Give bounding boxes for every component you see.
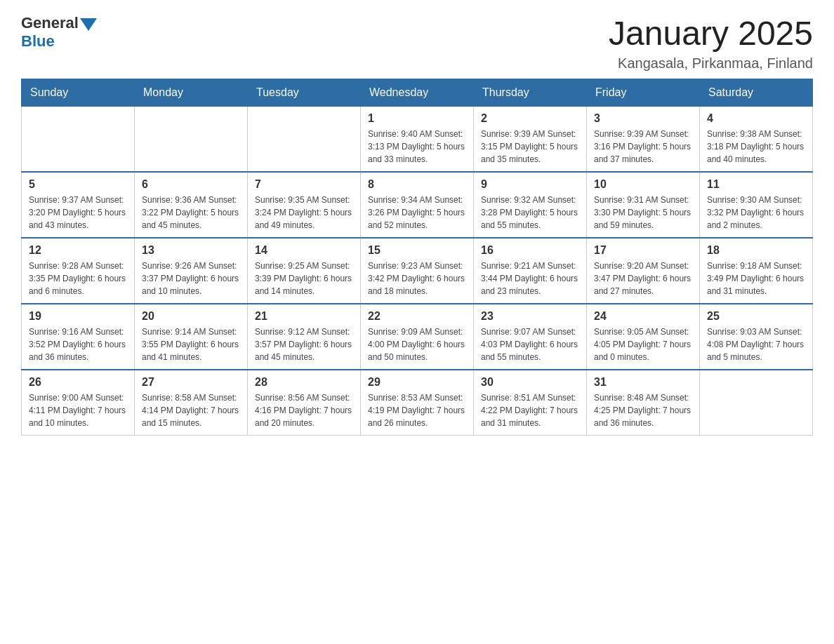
weekday-header-monday: Monday xyxy=(135,79,248,107)
day-info: Sunrise: 9:16 AM Sunset: 3:52 PM Dayligh… xyxy=(29,326,127,363)
calendar-cell: 8Sunrise: 9:34 AM Sunset: 3:26 PM Daylig… xyxy=(361,172,474,238)
weekday-header-saturday: Saturday xyxy=(700,79,813,107)
page-header: General Blue January 2025 Kangasala, Pir… xyxy=(21,14,813,72)
day-info: Sunrise: 8:51 AM Sunset: 4:22 PM Dayligh… xyxy=(481,391,579,429)
calendar-cell: 14Sunrise: 9:25 AM Sunset: 3:39 PM Dayli… xyxy=(248,238,361,304)
day-info: Sunrise: 9:26 AM Sunset: 3:37 PM Dayligh… xyxy=(142,260,240,297)
day-number: 3 xyxy=(594,112,692,125)
day-number: 24 xyxy=(594,310,692,323)
calendar-cell: 3Sunrise: 9:39 AM Sunset: 3:16 PM Daylig… xyxy=(587,107,700,173)
weekday-header-row: SundayMondayTuesdayWednesdayThursdayFrid… xyxy=(22,79,813,107)
calendar-cell: 22Sunrise: 9:09 AM Sunset: 4:00 PM Dayli… xyxy=(361,304,474,370)
day-info: Sunrise: 9:07 AM Sunset: 4:03 PM Dayligh… xyxy=(481,326,579,363)
calendar-cell xyxy=(248,107,361,173)
calendar-week-row: 5Sunrise: 9:37 AM Sunset: 3:20 PM Daylig… xyxy=(22,172,813,238)
day-info: Sunrise: 9:35 AM Sunset: 3:24 PM Dayligh… xyxy=(255,194,353,232)
day-number: 22 xyxy=(368,310,466,323)
day-number: 14 xyxy=(255,244,353,257)
calendar-cell: 7Sunrise: 9:35 AM Sunset: 3:24 PM Daylig… xyxy=(248,172,361,238)
calendar-cell: 10Sunrise: 9:31 AM Sunset: 3:30 PM Dayli… xyxy=(587,172,700,238)
day-number: 21 xyxy=(255,310,353,323)
day-number: 4 xyxy=(707,112,805,125)
day-number: 26 xyxy=(29,376,127,389)
calendar-cell: 28Sunrise: 8:56 AM Sunset: 4:16 PM Dayli… xyxy=(248,370,361,436)
day-number: 25 xyxy=(707,310,805,323)
day-info: Sunrise: 8:56 AM Sunset: 4:16 PM Dayligh… xyxy=(255,391,353,429)
calendar-cell: 1Sunrise: 9:40 AM Sunset: 3:13 PM Daylig… xyxy=(361,107,474,173)
calendar-table: SundayMondayTuesdayWednesdayThursdayFrid… xyxy=(21,79,813,436)
day-info: Sunrise: 9:34 AM Sunset: 3:26 PM Dayligh… xyxy=(368,194,466,232)
day-info: Sunrise: 9:40 AM Sunset: 3:13 PM Dayligh… xyxy=(368,128,466,166)
day-info: Sunrise: 9:03 AM Sunset: 4:08 PM Dayligh… xyxy=(707,326,805,363)
weekday-header-wednesday: Wednesday xyxy=(361,79,474,107)
day-number: 6 xyxy=(142,178,240,191)
day-number: 23 xyxy=(481,310,579,323)
calendar-cell: 9Sunrise: 9:32 AM Sunset: 3:28 PM Daylig… xyxy=(474,172,587,238)
calendar-cell xyxy=(135,107,248,173)
day-info: Sunrise: 9:23 AM Sunset: 3:42 PM Dayligh… xyxy=(368,260,466,297)
day-number: 12 xyxy=(29,244,127,257)
day-number: 18 xyxy=(707,244,805,257)
calendar-cell: 13Sunrise: 9:26 AM Sunset: 3:37 PM Dayli… xyxy=(135,238,248,304)
day-number: 28 xyxy=(255,376,353,389)
day-info: Sunrise: 9:38 AM Sunset: 3:18 PM Dayligh… xyxy=(707,128,805,166)
day-number: 13 xyxy=(142,244,240,257)
day-number: 20 xyxy=(142,310,240,323)
calendar-title: January 2025 xyxy=(609,14,813,53)
day-info: Sunrise: 9:32 AM Sunset: 3:28 PM Dayligh… xyxy=(481,194,579,232)
calendar-cell xyxy=(700,370,813,436)
calendar-cell: 4Sunrise: 9:38 AM Sunset: 3:18 PM Daylig… xyxy=(700,107,813,173)
weekday-header-thursday: Thursday xyxy=(474,79,587,107)
logo-general: General xyxy=(21,14,79,32)
day-info: Sunrise: 9:39 AM Sunset: 3:15 PM Dayligh… xyxy=(481,128,579,166)
day-info: Sunrise: 9:12 AM Sunset: 3:57 PM Dayligh… xyxy=(255,326,353,363)
calendar-cell: 21Sunrise: 9:12 AM Sunset: 3:57 PM Dayli… xyxy=(248,304,361,370)
calendar-cell: 18Sunrise: 9:18 AM Sunset: 3:49 PM Dayli… xyxy=(700,238,813,304)
day-number: 29 xyxy=(368,376,466,389)
day-number: 17 xyxy=(594,244,692,257)
day-number: 7 xyxy=(255,178,353,191)
calendar-cell: 15Sunrise: 9:23 AM Sunset: 3:42 PM Dayli… xyxy=(361,238,474,304)
day-number: 9 xyxy=(481,178,579,191)
calendar-cell: 25Sunrise: 9:03 AM Sunset: 4:08 PM Dayli… xyxy=(700,304,813,370)
day-info: Sunrise: 9:25 AM Sunset: 3:39 PM Dayligh… xyxy=(255,260,353,297)
calendar-cell: 6Sunrise: 9:36 AM Sunset: 3:22 PM Daylig… xyxy=(135,172,248,238)
calendar-cell: 19Sunrise: 9:16 AM Sunset: 3:52 PM Dayli… xyxy=(22,304,135,370)
day-number: 27 xyxy=(142,376,240,389)
day-number: 10 xyxy=(594,178,692,191)
calendar-cell: 27Sunrise: 8:58 AM Sunset: 4:14 PM Dayli… xyxy=(135,370,248,436)
calendar-week-row: 26Sunrise: 9:00 AM Sunset: 4:11 PM Dayli… xyxy=(22,370,813,436)
day-info: Sunrise: 8:58 AM Sunset: 4:14 PM Dayligh… xyxy=(142,391,240,429)
logo: General Blue xyxy=(21,14,97,51)
calendar-cell: 17Sunrise: 9:20 AM Sunset: 3:47 PM Dayli… xyxy=(587,238,700,304)
day-number: 11 xyxy=(707,178,805,191)
day-info: Sunrise: 9:21 AM Sunset: 3:44 PM Dayligh… xyxy=(481,260,579,297)
calendar-cell xyxy=(22,107,135,173)
calendar-cell: 26Sunrise: 9:00 AM Sunset: 4:11 PM Dayli… xyxy=(22,370,135,436)
calendar-week-row: 12Sunrise: 9:28 AM Sunset: 3:35 PM Dayli… xyxy=(22,238,813,304)
logo-blue: Blue xyxy=(21,32,55,51)
day-info: Sunrise: 9:00 AM Sunset: 4:11 PM Dayligh… xyxy=(29,391,127,429)
day-info: Sunrise: 9:18 AM Sunset: 3:49 PM Dayligh… xyxy=(707,260,805,297)
day-info: Sunrise: 8:48 AM Sunset: 4:25 PM Dayligh… xyxy=(594,391,692,429)
day-info: Sunrise: 9:30 AM Sunset: 3:32 PM Dayligh… xyxy=(707,194,805,232)
calendar-cell: 24Sunrise: 9:05 AM Sunset: 4:05 PM Dayli… xyxy=(587,304,700,370)
day-number: 15 xyxy=(368,244,466,257)
day-number: 8 xyxy=(368,178,466,191)
day-info: Sunrise: 9:09 AM Sunset: 4:00 PM Dayligh… xyxy=(368,326,466,363)
calendar-cell: 12Sunrise: 9:28 AM Sunset: 3:35 PM Dayli… xyxy=(22,238,135,304)
day-info: Sunrise: 9:20 AM Sunset: 3:47 PM Dayligh… xyxy=(594,260,692,297)
calendar-week-row: 19Sunrise: 9:16 AM Sunset: 3:52 PM Dayli… xyxy=(22,304,813,370)
day-info: Sunrise: 9:39 AM Sunset: 3:16 PM Dayligh… xyxy=(594,128,692,166)
day-number: 5 xyxy=(29,178,127,191)
day-info: Sunrise: 9:31 AM Sunset: 3:30 PM Dayligh… xyxy=(594,194,692,232)
day-number: 19 xyxy=(29,310,127,323)
weekday-header-tuesday: Tuesday xyxy=(248,79,361,107)
logo-triangle-icon xyxy=(80,18,97,31)
day-number: 31 xyxy=(594,376,692,389)
day-number: 1 xyxy=(368,112,466,125)
calendar-cell: 20Sunrise: 9:14 AM Sunset: 3:55 PM Dayli… xyxy=(135,304,248,370)
day-info: Sunrise: 9:28 AM Sunset: 3:35 PM Dayligh… xyxy=(29,260,127,297)
calendar-week-row: 1Sunrise: 9:40 AM Sunset: 3:13 PM Daylig… xyxy=(22,107,813,173)
calendar-cell: 11Sunrise: 9:30 AM Sunset: 3:32 PM Dayli… xyxy=(700,172,813,238)
